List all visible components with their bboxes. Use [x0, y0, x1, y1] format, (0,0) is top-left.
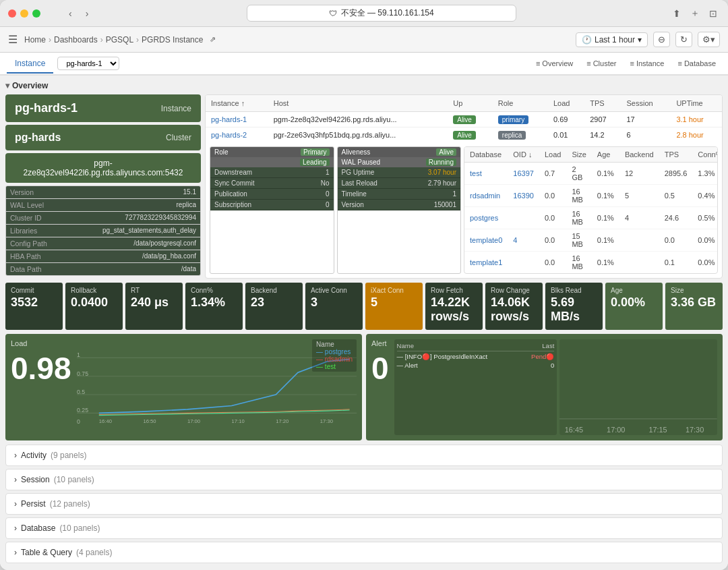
- last-reload-row: Last Reload2.79 hour: [338, 178, 461, 189]
- tab-instance-right[interactable]: ≡ Instance: [624, 57, 669, 69]
- minimize-button[interactable]: [20, 9, 28, 18]
- zoom-out-button[interactable]: ⊖: [653, 32, 670, 47]
- th-load: Load: [548, 95, 584, 112]
- metric-label: RT: [131, 287, 177, 294]
- collapse-arrow-icon: ›: [14, 548, 17, 557]
- info-grid: Version15.1WAL LevelreplicaCluster ID727…: [5, 186, 201, 276]
- instance-name: pg-hards-1: [15, 101, 78, 115]
- db-link[interactable]: template1: [470, 258, 502, 266]
- oid-link[interactable]: 16390: [513, 192, 534, 200]
- collapsible-header[interactable]: › Persist (12 panels): [6, 494, 722, 514]
- instance-table: Instance ↑ Host Up Role Load TPS Session…: [206, 95, 722, 142]
- collapsible-count: (9 panels): [51, 451, 86, 460]
- instance-link[interactable]: pg-hards-2: [211, 131, 247, 139]
- role-badge: primary: [498, 115, 528, 124]
- tab-cluster[interactable]: ≡ Cluster: [581, 57, 621, 69]
- collapsible-header[interactable]: › Activity (9 panels): [6, 445, 722, 465]
- back-button[interactable]: ‹: [65, 7, 76, 20]
- clock-icon: 🕐: [582, 35, 592, 45]
- metric-value: 14.22K rows/s: [431, 295, 477, 324]
- instance-label: Instance: [161, 104, 191, 113]
- svg-text:17:20: 17:20: [276, 418, 289, 424]
- status-left-panel: Role Primary Leading Downstream1: [210, 146, 464, 274]
- th-uptime: UPTime: [671, 95, 722, 112]
- oid-link[interactable]: 16397: [513, 169, 534, 177]
- collapsible-label: Activity: [21, 451, 47, 460]
- forward-button[interactable]: ›: [82, 7, 93, 20]
- maximize-button[interactable]: [32, 9, 40, 18]
- instance-link[interactable]: pg-hards-1: [211, 115, 247, 123]
- metric-label: Rollback: [71, 287, 117, 294]
- alert-value: 0: [371, 350, 389, 387]
- collapsible-header[interactable]: › Table & Query (4 panels): [6, 542, 722, 563]
- right-tabs: ≡ Overview ≡ Cluster ≡ Instance ≡ Databa…: [530, 57, 721, 69]
- collapsible-table-& query: › Table & Query (4 panels): [5, 542, 723, 563]
- db-link[interactable]: postgres: [470, 214, 498, 222]
- share-icon[interactable]: ⬆: [670, 7, 684, 20]
- db-link[interactable]: template0: [470, 236, 502, 244]
- aliveness-card: Aliveness Alive WAL Paused Running PG Up…: [337, 146, 462, 274]
- cluster-name: pg-hards: [15, 132, 61, 144]
- share-dashboard-icon[interactable]: ⇗: [210, 35, 216, 44]
- alert-label: Alert: [371, 339, 389, 347]
- main-content: ▾ Overview pg-hards-1 Instance pg-hards …: [0, 76, 728, 570]
- instance-box: pg-hards-1 Instance: [5, 94, 201, 122]
- load-label: Load: [11, 339, 71, 347]
- overview-toggle-icon: ▾: [5, 81, 9, 90]
- metric-value: 0.00%: [611, 295, 657, 310]
- new-tab-icon[interactable]: ＋: [688, 6, 702, 21]
- breadcrumb-pgrds[interactable]: PGRDS Instance: [142, 35, 203, 45]
- alert-row-1: — [INFO🔴] PostgresIdleInXact Pend🔴: [397, 353, 555, 360]
- collapsible-header[interactable]: › Database (10 panels): [6, 518, 722, 538]
- collapsible-count: (10 panels): [59, 523, 100, 533]
- address-bar[interactable]: 🛡 不安全 — 59.110.161.154: [247, 5, 516, 22]
- svg-text:0.75: 0.75: [77, 370, 88, 377]
- db-table-panel: Database OID ↓ Load Size Age Backend TPS…: [464, 146, 718, 274]
- db-link[interactable]: rdsadmin: [470, 192, 500, 200]
- refresh-button[interactable]: ↻: [675, 32, 692, 47]
- collapsible-header[interactable]: › Session (10 panels): [6, 469, 722, 490]
- metric-value: 240 μs: [131, 295, 177, 310]
- svg-text:17:30: 17:30: [686, 426, 704, 434]
- collapsible-count: (4 panels): [76, 548, 112, 557]
- left-panel: pg-hards-1 Instance pg-hards Cluster pgm…: [5, 94, 201, 279]
- metric-label: iXact Conn: [371, 287, 417, 294]
- db-table-row: rdsadmin 16390 0.0 16 MB 0.1% 5 0.5 0.4%: [464, 185, 718, 207]
- collapsible-database: › Database (10 panels): [5, 517, 723, 539]
- collapse-arrow-icon: ›: [14, 499, 17, 509]
- svg-text:17:30: 17:30: [320, 418, 332, 424]
- tabbar: Instance pg-hards-1 ≡ Overview ≡ Cluster…: [0, 53, 728, 76]
- metric-card: Commit 3532: [5, 283, 63, 330]
- metric-label: Row Change: [491, 287, 537, 294]
- sidebar-icon[interactable]: ⊡: [706, 7, 720, 20]
- chevron-down-icon: ▾: [638, 35, 642, 45]
- menu-icon[interactable]: ☰: [8, 33, 18, 46]
- tab-overview[interactable]: ≡ Overview: [530, 57, 578, 69]
- version-row: Version150001: [338, 200, 461, 210]
- th-tps: TPS: [584, 95, 621, 112]
- overview-section-header[interactable]: ▾ Overview: [5, 81, 723, 90]
- role-badge: replica: [498, 131, 526, 140]
- breadcrumb-dashboards[interactable]: Dashboards: [54, 35, 98, 45]
- breadcrumb-home[interactable]: Home: [24, 35, 46, 45]
- time-range-selector[interactable]: 🕐 Last 1 hour ▾: [576, 32, 648, 47]
- svg-text:0.5: 0.5: [77, 389, 85, 395]
- db-link[interactable]: test: [470, 169, 482, 177]
- role-card: Role Primary Leading Downstream1: [210, 146, 334, 274]
- metric-card: iXact Conn 5: [365, 283, 423, 330]
- collapse-arrow-icon: ›: [14, 451, 17, 460]
- tab-instance[interactable]: Instance: [7, 55, 53, 74]
- instance-selector[interactable]: pg-hards-1: [57, 57, 119, 70]
- settings-button[interactable]: ⚙▾: [698, 32, 720, 47]
- metric-label: Conn%: [191, 287, 237, 294]
- metric-value: 14.06K rows/s: [491, 295, 537, 324]
- collapsible-count: (10 panels): [54, 475, 94, 484]
- tab-database[interactable]: ≡ Database: [672, 57, 721, 69]
- breadcrumb-pgsql[interactable]: PGSQL: [106, 35, 133, 45]
- th-session: Session: [621, 95, 671, 112]
- cluster-box: pg-hards Cluster: [5, 125, 201, 150]
- close-button[interactable]: [8, 9, 16, 18]
- oid-link[interactable]: 4: [513, 236, 517, 244]
- metric-card: Age 0.00%: [605, 283, 663, 330]
- metric-card: Active Conn 3: [305, 283, 363, 330]
